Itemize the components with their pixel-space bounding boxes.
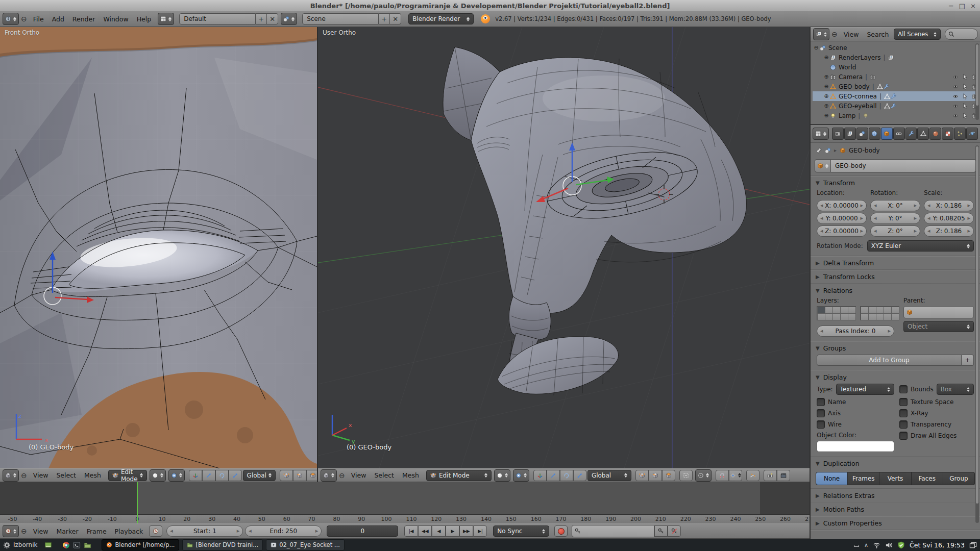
parent-object-field[interactable] <box>903 306 974 318</box>
duplication-verts[interactable]: Verts <box>879 472 911 485</box>
playback-button[interactable]: ▶ <box>446 525 459 537</box>
expand-icon[interactable]: ⊕ <box>823 103 830 109</box>
render-engine-dropdown[interactable]: Blender Render <box>408 13 474 24</box>
use-preview-range-toggle[interactable] <box>149 525 162 537</box>
translate-manipulator[interactable] <box>547 470 560 481</box>
scale-manipulator[interactable] <box>229 470 242 481</box>
terminal-launcher-icon[interactable] <box>73 541 81 549</box>
scale-z-field[interactable]: ◂Z: 0.186▸ <box>924 226 974 237</box>
tab-particles[interactable] <box>954 128 966 140</box>
display-type-dropdown[interactable]: Textured <box>836 384 894 395</box>
viewport-3d-canvas-left[interactable]: zx Front Ortho (0) GEO-body <box>0 27 317 468</box>
playback-button[interactable]: ◀◀ <box>418 525 432 537</box>
outliner-row-geo-eyeball[interactable]: ⊕ GEO-eyeball | <box>813 101 979 111</box>
orientation-dropdown[interactable]: Global <box>243 470 276 481</box>
menu-mesh[interactable]: Mesh <box>398 471 423 479</box>
workspace-switcher-icon[interactable] <box>969 541 977 549</box>
end-frame-field[interactable]: ◂End: 250▸ <box>245 525 322 537</box>
location-x-field[interactable]: ◂X: 0.00000▸ <box>817 200 867 211</box>
duplication-group[interactable]: Group <box>943 472 975 485</box>
mode-dropdown[interactable]: Edit Mode <box>426 470 492 481</box>
expand-icon[interactable]: ⊕ <box>823 84 830 89</box>
rotation-x-field[interactable]: ◂X: 0°▸ <box>870 200 920 211</box>
rotation-mode-dropdown[interactable]: XYZ Euler <box>867 240 974 252</box>
rotate-manipulator[interactable] <box>215 470 229 481</box>
viewport-shading-dropdown[interactable] <box>494 469 510 482</box>
screen-layout-selector[interactable] <box>158 13 174 25</box>
outliner-row-camera[interactable]: ⊕ Camera | <box>813 72 979 82</box>
maximize-button[interactable]: □ <box>959 2 965 10</box>
viewport-shading-dropdown[interactable] <box>150 469 166 482</box>
outliner-row-renderlayers[interactable]: ⊕ RenderLayers | <box>813 53 979 62</box>
screen-layout-name[interactable]: Default <box>179 13 256 24</box>
viewport-3d-canvas-right[interactable]: yx User Ortho (0) GEO-body <box>318 27 810 468</box>
tab-texture[interactable] <box>942 128 953 140</box>
active-keying-set-field[interactable] <box>572 525 654 537</box>
face-select-mode[interactable] <box>662 470 675 481</box>
panel-header-groups[interactable]: ▼Groups <box>811 342 980 355</box>
expand-icon[interactable]: ⊕ <box>823 74 830 80</box>
panel-header-motion-paths[interactable]: ▶Motion Paths <box>811 503 980 516</box>
tab-scene[interactable] <box>856 128 868 140</box>
editor-type-selector[interactable] <box>813 128 829 140</box>
id-type-selector[interactable] <box>815 159 831 172</box>
name-checkbox[interactable] <box>817 398 825 406</box>
menu-mesh[interactable]: Mesh <box>80 471 105 479</box>
selectability-cursor-icon[interactable] <box>962 74 968 80</box>
tab-material[interactable] <box>929 128 941 140</box>
collapse-menus-icon[interactable]: ⊖ <box>19 15 29 22</box>
menu-help[interactable]: Help <box>133 15 156 23</box>
visibility-eye-icon[interactable] <box>952 74 959 80</box>
menu-window[interactable]: Window <box>99 15 132 23</box>
delete-scene-button[interactable]: ✕ <box>390 13 401 24</box>
render-opengl-button[interactable] <box>764 470 777 481</box>
duplication-none[interactable]: None <box>816 472 848 485</box>
panel-header-delta-transform[interactable]: ▶Delta Transform <box>811 257 980 269</box>
scale-manipulator[interactable] <box>573 470 586 481</box>
pass-index-field[interactable]: ◂Pass Index: 0▸ <box>817 325 894 337</box>
visibility-eye-icon[interactable] <box>952 103 959 109</box>
menu-add[interactable]: Add <box>48 15 68 23</box>
transparency-checkbox[interactable] <box>899 420 908 429</box>
limit-selection-visible-toggle[interactable] <box>679 470 693 481</box>
editor-type-selector[interactable] <box>3 525 19 537</box>
vertex-select-mode[interactable] <box>280 470 293 481</box>
tab-object-data[interactable] <box>917 128 929 140</box>
menu-playback[interactable]: Playback <box>111 528 148 535</box>
editor-type-selector[interactable] <box>813 28 829 40</box>
timeline-canvas[interactable] <box>0 482 810 514</box>
tab-constraints[interactable] <box>893 128 905 140</box>
pin-icon[interactable] <box>816 147 822 154</box>
render-opengl-anim-button[interactable] <box>777 470 790 481</box>
tab-modifiers[interactable] <box>905 128 917 140</box>
playback-button[interactable]: ◀ <box>432 525 446 537</box>
show-desktop-icon[interactable] <box>44 541 52 549</box>
tab-render[interactable] <box>832 128 844 140</box>
object-color-swatch[interactable] <box>817 441 894 452</box>
texture-space-checkbox[interactable] <box>899 398 908 406</box>
selectability-cursor-icon[interactable] <box>962 84 968 90</box>
outliner-row-lamp[interactable]: ⊕ Lamp | <box>813 111 979 120</box>
outliner-row-scene[interactable]: ⊖ Scene <box>813 43 979 53</box>
editor-type-selector[interactable] <box>3 469 19 482</box>
rotate-manipulator[interactable] <box>560 470 573 481</box>
insert-keyframe-button[interactable] <box>654 525 668 537</box>
location-z-field[interactable]: ◂Z: 0.00000▸ <box>817 226 867 237</box>
tab-physics[interactable] <box>966 128 978 140</box>
x-ray-checkbox[interactable] <box>899 409 908 417</box>
layers-grid-1[interactable] <box>817 306 856 320</box>
expand-icon[interactable]: ⊕ <box>823 113 830 118</box>
menu-view[interactable]: View <box>29 471 53 479</box>
taskbar-item-blender[interactable]: Blender* [/home/p... <box>102 539 179 550</box>
pivot-point-dropdown[interactable] <box>513 469 529 482</box>
rotation-z-field[interactable]: ◂Z: 0°▸ <box>870 226 920 237</box>
start-frame-field[interactable]: ◂Start: 1▸ <box>166 525 243 537</box>
selectability-cursor-icon[interactable] <box>962 103 968 109</box>
edge-select-mode[interactable] <box>293 470 306 481</box>
shield-icon[interactable] <box>897 541 905 549</box>
draw-all-edges-checkbox[interactable] <box>899 432 908 440</box>
add-to-group-button[interactable]: Add to Group <box>817 355 962 366</box>
playback-button[interactable]: ▶| <box>473 525 487 537</box>
taskbar-item-file-manager[interactable]: [Blender DVD traini... <box>182 539 263 550</box>
snap-element-dropdown[interactable] <box>729 470 742 481</box>
